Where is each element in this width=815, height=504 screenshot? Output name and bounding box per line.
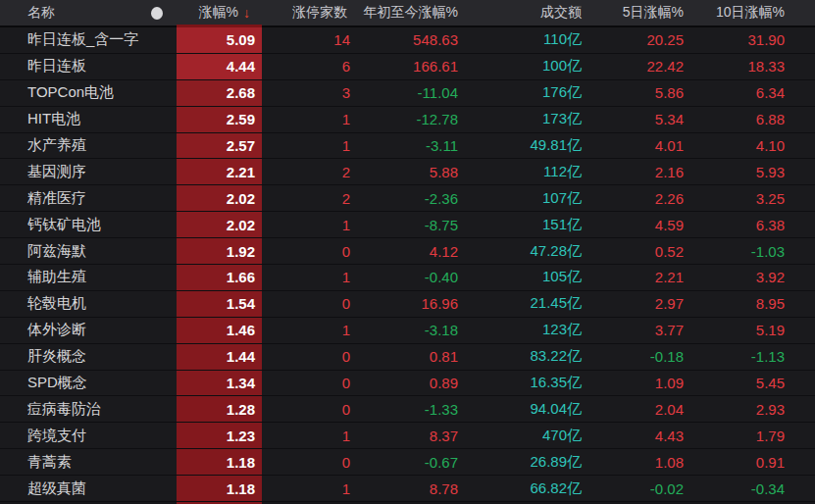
row-limit-up-count: 1 xyxy=(262,217,355,233)
row-limit-up-count: 0 xyxy=(262,243,355,260)
row-change-cell: 2.59 xyxy=(177,107,262,132)
row-limit-up-count: 6 xyxy=(262,58,355,75)
row-change-cell: 1.18 xyxy=(177,449,262,475)
row-name: HIT电池 xyxy=(0,110,177,128)
row-5day-change: -0.18 xyxy=(582,348,684,365)
row-10day-change: 3.92 xyxy=(684,269,785,285)
row-ytd-change: 4.12 xyxy=(355,243,458,260)
row-limit-up-count: 1 xyxy=(262,269,355,285)
row-5day-change: -0.02 xyxy=(582,480,684,497)
row-change-cell: 1.23 xyxy=(177,423,262,448)
table-row[interactable]: 轮毂电机 1.54 0 16.96 21.45亿 2.97 8.95 xyxy=(0,291,815,318)
row-change-cell: 2.02 xyxy=(177,185,262,211)
row-turnover: 100亿 xyxy=(458,57,582,76)
row-name: 痘病毒防治 xyxy=(0,400,177,419)
row-5day-change: 2.26 xyxy=(582,190,684,207)
row-name: 水产养殖 xyxy=(0,136,177,155)
row-ytd-change: -1.33 xyxy=(355,401,458,418)
header-5day-change[interactable]: 5日涨幅% xyxy=(582,4,684,22)
row-turnover: 47.28亿 xyxy=(458,242,582,261)
row-10day-change: 1.79 xyxy=(684,428,785,444)
row-name: 跨境支付 xyxy=(0,427,177,445)
circle-indicator-icon[interactable] xyxy=(151,7,163,20)
row-5day-change: 4.43 xyxy=(582,428,684,444)
row-5day-change: 2.21 xyxy=(582,269,684,285)
row-ytd-change: 8.37 xyxy=(355,428,458,444)
row-10day-change: 5.19 xyxy=(684,322,785,338)
row-limit-up-count: 3 xyxy=(262,84,355,101)
row-ytd-change: 8.78 xyxy=(355,480,458,497)
row-10day-change: 5.45 xyxy=(684,375,785,391)
table-row[interactable]: 昨日连板_含一字 5.09 14 548.63 110亿 20.25 31.90 xyxy=(0,27,815,54)
row-name: 精准医疗 xyxy=(0,189,177,208)
table-row[interactable]: 水产养殖 2.57 1 -3.11 49.81亿 4.01 4.10 xyxy=(0,133,815,160)
row-turnover: 105亿 xyxy=(458,268,582,286)
row-5day-change: 20.25 xyxy=(582,31,684,48)
row-limit-up-count: 1 xyxy=(262,111,355,127)
row-turnover: 110亿 xyxy=(458,30,582,49)
row-change-cell: 4.44 xyxy=(177,54,262,79)
header-change[interactable]: 涨幅%↓ xyxy=(177,4,262,22)
header-change-label: 涨幅% xyxy=(199,4,238,22)
row-10day-change: -1.13 xyxy=(684,348,785,365)
row-ytd-change: -8.75 xyxy=(355,217,458,233)
row-limit-up-count: 2 xyxy=(262,190,355,207)
sector-table-body: 昨日连板_含一字 5.09 14 548.63 110亿 20.25 31.90… xyxy=(0,27,815,502)
row-turnover: 83.22亿 xyxy=(458,347,582,366)
row-10day-change: 18.33 xyxy=(684,58,785,75)
row-ytd-change: 0.89 xyxy=(355,375,458,391)
row-name: TOPCon电池 xyxy=(0,83,177,102)
row-5day-change: 0.52 xyxy=(582,243,684,260)
row-ytd-change: 548.63 xyxy=(355,31,458,48)
table-row[interactable]: 钙钛矿电池 2.02 1 -8.75 151亿 4.59 6.38 xyxy=(0,212,815,238)
row-10day-change: 6.34 xyxy=(684,84,785,101)
row-turnover: 123亿 xyxy=(458,321,582,339)
row-ytd-change: 0.81 xyxy=(355,348,458,365)
table-row[interactable]: 辅助生殖 1.66 1 -0.40 105亿 2.21 3.92 xyxy=(0,265,815,291)
row-10day-change: 5.93 xyxy=(684,164,785,180)
row-name: 昨日连板 xyxy=(0,57,177,76)
row-change-cell: 1.18 xyxy=(177,476,262,501)
row-turnover: 112亿 xyxy=(458,163,582,181)
table-row[interactable]: 阿兹海默 1.92 0 4.12 47.28亿 0.52 -1.03 xyxy=(0,238,815,265)
table-row[interactable]: 昨日连板 4.44 6 166.61 100亿 22.42 18.33 xyxy=(0,54,815,80)
sector-ranking-panel: 名称 涨幅%↓ 涨停家数 年初至今涨幅% 成交额 5日涨幅% 10日涨幅% 昨日… xyxy=(0,0,815,504)
table-row[interactable]: 体外诊断 1.46 1 -3.18 123亿 3.77 5.19 xyxy=(0,318,815,344)
row-10day-change: 0.91 xyxy=(684,454,785,471)
row-change-cell: 1.46 xyxy=(177,318,262,343)
row-name: 阿兹海默 xyxy=(0,242,177,261)
row-turnover: 151亿 xyxy=(458,216,582,234)
row-limit-up-count: 0 xyxy=(262,375,355,391)
table-row[interactable]: 精准医疗 2.02 2 -2.36 107亿 2.26 3.25 xyxy=(0,185,815,212)
row-limit-up-count: 0 xyxy=(262,348,355,365)
row-10day-change: -0.34 xyxy=(684,480,785,497)
header-10day-change[interactable]: 10日涨幅% xyxy=(684,4,785,22)
table-row[interactable]: 肝炎概念 1.44 0 0.81 83.22亿 -0.18 -1.13 xyxy=(0,344,815,371)
row-turnover: 173亿 xyxy=(458,110,582,128)
table-row[interactable]: 青蒿素 1.18 0 -0.67 26.89亿 1.08 0.91 xyxy=(0,449,815,476)
row-5day-change: 5.86 xyxy=(582,84,684,101)
header-name[interactable]: 名称 xyxy=(0,4,177,22)
row-name: 体外诊断 xyxy=(0,321,177,339)
table-row[interactable]: HIT电池 2.59 1 -12.78 173亿 5.34 6.88 xyxy=(0,107,815,133)
row-limit-up-count: 1 xyxy=(262,322,355,338)
row-change-cell: 2.68 xyxy=(177,80,262,106)
header-turnover[interactable]: 成交额 xyxy=(458,4,582,22)
table-row[interactable]: 跨境支付 1.23 1 8.37 470亿 4.43 1.79 xyxy=(0,423,815,449)
row-5day-change: 1.09 xyxy=(582,375,684,391)
row-ytd-change: -11.04 xyxy=(355,84,458,101)
header-ytd-change[interactable]: 年初至今涨幅% xyxy=(355,4,458,22)
sort-desc-icon: ↓ xyxy=(243,5,250,21)
table-row[interactable]: TOPCon电池 2.68 3 -11.04 176亿 5.86 6.34 xyxy=(0,80,815,107)
table-row[interactable]: 超级真菌 1.18 1 8.78 66.82亿 -0.02 -0.34 xyxy=(0,476,815,502)
row-name: 昨日连板_含一字 xyxy=(0,30,177,49)
row-change-cell: 2.02 xyxy=(177,212,262,237)
header-limit-up-count[interactable]: 涨停家数 xyxy=(262,4,355,22)
table-row[interactable]: 基因测序 2.21 2 5.88 112亿 2.16 5.93 xyxy=(0,159,815,185)
row-turnover: 66.82亿 xyxy=(458,479,582,498)
row-10day-change: -1.03 xyxy=(684,243,785,260)
row-change-cell: 1.28 xyxy=(177,396,262,422)
table-row[interactable]: SPD概念 1.34 0 0.89 16.35亿 1.09 5.45 xyxy=(0,371,815,397)
row-name: 辅助生殖 xyxy=(0,268,177,286)
table-row[interactable]: 痘病毒防治 1.28 0 -1.33 94.04亿 2.04 2.93 xyxy=(0,396,815,423)
